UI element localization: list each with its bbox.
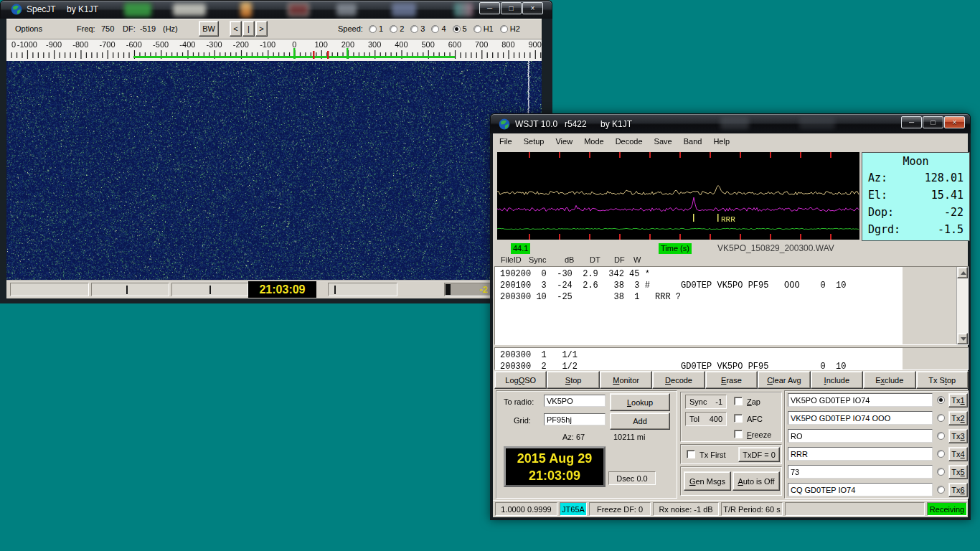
specjt-app-icon bbox=[11, 4, 22, 15]
specjt-byline: by K1JT bbox=[67, 4, 98, 14]
clock-date: 2015 Aug 29 bbox=[506, 450, 603, 467]
tx-stop-button[interactable]: Tx Stop bbox=[916, 371, 969, 389]
exclude-button[interactable]: Exclude bbox=[863, 371, 915, 389]
tx4-radio[interactable] bbox=[937, 450, 945, 458]
speed-radio-4[interactable]: 4 bbox=[431, 24, 446, 33]
tx4-button[interactable]: Tx4 bbox=[948, 447, 968, 461]
stop-button[interactable]: Stop bbox=[547, 371, 599, 389]
scroll-center-button[interactable]: | bbox=[242, 21, 255, 37]
add-button[interactable]: Add bbox=[610, 413, 670, 430]
minimize-icon[interactable]: ─ bbox=[479, 2, 500, 14]
clear-avg-button[interactable]: Clear Avg bbox=[758, 371, 810, 389]
moon-row-el: El:15.41 bbox=[868, 187, 963, 204]
speed-radio-1[interactable]: 1 bbox=[369, 24, 383, 33]
speed-radio-circle-3[interactable] bbox=[410, 25, 418, 33]
gen-msgs-button[interactable]: Gen Msgs bbox=[684, 471, 731, 491]
moon-row-value: -1.5 bbox=[938, 221, 963, 238]
tx2-message-input[interactable] bbox=[788, 411, 933, 425]
speed-radio-5[interactable]: 5 bbox=[453, 24, 467, 33]
spectrum-plot[interactable] bbox=[497, 152, 859, 240]
average-text-area[interactable]: 200300 1 1/1 200300 2 1/2 GD0TEP VK5PO P… bbox=[494, 347, 969, 370]
speed-radio-circle-h1[interactable] bbox=[473, 25, 481, 33]
wsjt-window: WSJT 10.0 r5422 by K1JT ─ □ × FileSetupV… bbox=[490, 113, 971, 520]
tx1-message-input[interactable] bbox=[788, 393, 933, 407]
txdf-button[interactable]: TxDF = 0 bbox=[738, 447, 780, 462]
waterfall-display[interactable] bbox=[6, 61, 542, 280]
auto-is-off-button[interactable]: Auto is Off bbox=[732, 471, 780, 491]
wsjt-titlebar[interactable]: WSJT 10.0 r5422 by K1JT ─ □ × bbox=[490, 113, 971, 133]
speed-radio-circle-2[interactable] bbox=[390, 25, 397, 33]
menu-setup[interactable]: Setup bbox=[524, 137, 545, 146]
frequency-ruler[interactable]: 0 -1000-900-800-700-600-500-400-300-200-… bbox=[6, 39, 542, 61]
tx6-message-input[interactable] bbox=[788, 483, 933, 496]
specjt-titlebar[interactable]: SpecJT by K1JT ─ □ × bbox=[0, 0, 552, 19]
tx-messages-group: Tx1Tx2Tx3Tx4Tx5Tx6 bbox=[784, 390, 969, 499]
maximize-icon[interactable]: □ bbox=[501, 2, 522, 14]
titlebar-reflection bbox=[288, 3, 309, 17]
tx4-message-input[interactable] bbox=[788, 447, 933, 461]
tx5-button[interactable]: Tx5 bbox=[948, 465, 968, 479]
slider-panel[interactable] bbox=[328, 283, 397, 296]
speed-radio-h1[interactable]: H1 bbox=[473, 24, 494, 33]
scroll-down-icon[interactable] bbox=[957, 333, 968, 344]
menu-decode[interactable]: Decode bbox=[616, 137, 643, 146]
erase-button[interactable]: Erase bbox=[705, 371, 758, 389]
tx3-message-input[interactable] bbox=[788, 429, 933, 443]
tx-first-checkbox[interactable] bbox=[687, 450, 695, 458]
speed-radio-circle-4[interactable] bbox=[431, 25, 439, 33]
lookup-button[interactable]: Lookup bbox=[610, 393, 670, 411]
bw-button[interactable]: BW bbox=[199, 21, 219, 37]
tx2-radio[interactable] bbox=[937, 414, 945, 422]
freeze-checkbox[interactable] bbox=[734, 430, 743, 438]
sync-value: -1 bbox=[715, 397, 722, 406]
tx5-message-input[interactable] bbox=[788, 465, 933, 479]
azimuth-value: Az: 67 bbox=[562, 433, 585, 441]
close-icon[interactable]: × bbox=[944, 116, 965, 128]
menu-file[interactable]: File bbox=[499, 137, 512, 146]
speed-radio-circle-h2[interactable] bbox=[500, 25, 508, 33]
moon-row-dop: Dop:-22 bbox=[868, 204, 963, 221]
menu-band[interactable]: Band bbox=[684, 137, 702, 146]
menu-mode[interactable]: Mode bbox=[584, 137, 604, 146]
menu-view[interactable]: View bbox=[555, 137, 573, 146]
include-button[interactable]: Include bbox=[811, 371, 863, 389]
speed-radio-3[interactable]: 3 bbox=[410, 24, 425, 33]
zap-checkbox[interactable] bbox=[734, 397, 743, 405]
scroll-right-button[interactable]: > bbox=[255, 21, 268, 37]
grid-input[interactable] bbox=[544, 413, 606, 425]
tx1-button[interactable]: Tx1 bbox=[948, 393, 968, 408]
tx3-radio[interactable] bbox=[937, 432, 945, 440]
slider-panel[interactable] bbox=[91, 283, 169, 296]
monitor-button[interactable]: Monitor bbox=[600, 371, 652, 389]
tx6-button[interactable]: Tx6 bbox=[948, 483, 968, 497]
speed-radio-circle-5[interactable] bbox=[453, 25, 461, 33]
sync-box[interactable]: Sync -1 bbox=[685, 395, 727, 409]
afc-checkbox[interactable] bbox=[734, 414, 743, 423]
tol-box[interactable]: Tol 400 bbox=[685, 412, 727, 426]
menu-save[interactable]: Save bbox=[654, 137, 672, 146]
tx3-button[interactable]: Tx3 bbox=[948, 429, 968, 443]
scrollbar[interactable] bbox=[956, 267, 968, 344]
scroll-left-button[interactable]: < bbox=[230, 21, 242, 37]
decode-button[interactable]: Decode bbox=[652, 371, 705, 389]
to-radio-input[interactable] bbox=[544, 395, 606, 407]
close-icon[interactable]: × bbox=[522, 2, 543, 14]
menu-help[interactable]: Help bbox=[713, 137, 730, 146]
options-menu[interactable]: Options bbox=[15, 24, 42, 33]
average-lines: 200300 1 1/1 200300 2 1/2 GD0TEP VK5PO P… bbox=[495, 348, 846, 370]
slider-panel[interactable] bbox=[171, 283, 248, 296]
tx1-radio[interactable] bbox=[937, 396, 945, 404]
minimize-icon[interactable]: ─ bbox=[901, 116, 922, 128]
scroll-up-icon[interactable] bbox=[957, 267, 968, 278]
tx5-radio[interactable] bbox=[937, 468, 945, 476]
decode-text-area[interactable]: 190200 0 -30 2.9 342 45 * 200100 3 -24 2… bbox=[494, 266, 969, 345]
maximize-icon[interactable]: □ bbox=[923, 116, 943, 128]
log-qso-button[interactable]: Log QSO bbox=[494, 371, 547, 389]
date-time-clock: 2015 Aug 29 21:03:09 bbox=[504, 446, 606, 487]
tx6-radio[interactable] bbox=[937, 486, 945, 494]
dsec-box[interactable]: Dsec 0.0 bbox=[608, 471, 656, 485]
speed-radio-2[interactable]: 2 bbox=[390, 24, 404, 33]
tx2-button[interactable]: Tx2 bbox=[948, 411, 968, 425]
speed-radio-circle-1[interactable] bbox=[369, 25, 377, 33]
speed-radio-h2[interactable]: H2 bbox=[500, 24, 520, 33]
